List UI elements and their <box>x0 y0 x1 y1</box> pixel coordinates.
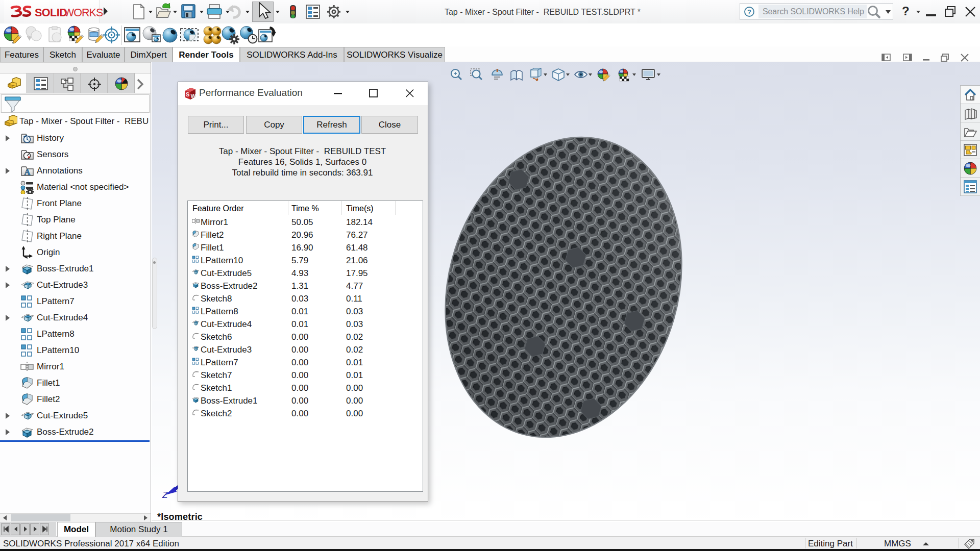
svg-text:WORKS: WORKS <box>64 7 103 19</box>
svg-text:SOLID: SOLID <box>35 7 67 19</box>
svg-text:A: A <box>24 167 31 177</box>
svg-text:W: W <box>191 93 197 99</box>
svg-text:Z: Z <box>162 490 168 500</box>
svg-text:?: ? <box>747 8 751 16</box>
svg-text:S: S <box>186 91 189 97</box>
